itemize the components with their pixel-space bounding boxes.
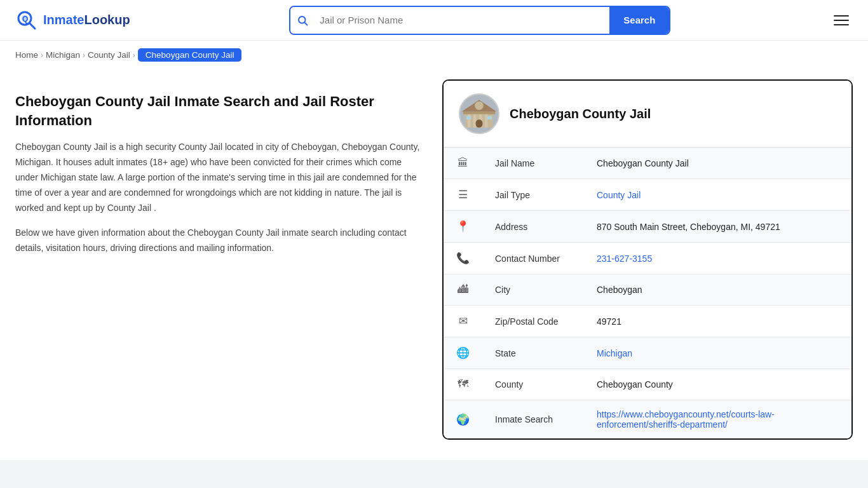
breadcrumb-sep-2: › [83, 51, 85, 60]
hamburger-line-1 [834, 15, 849, 17]
page-title: Cheboygan County Jail Inmate Search and … [15, 92, 422, 130]
jail-card-header: Cheboygan County Jail [444, 81, 851, 147]
logo-text: InmateLookup [43, 13, 130, 27]
svg-line-5 [305, 22, 308, 25]
row-label: Zip/Postal Code [482, 306, 584, 337]
row-value: 231-627-3155 [584, 243, 851, 274]
hamburger-line-2 [834, 20, 849, 21]
row-label: Inmate Search [482, 400, 584, 439]
row-link[interactable]: Michigan [597, 348, 632, 358]
search-input[interactable] [315, 7, 609, 34]
row-icon: 🏛 [444, 148, 482, 179]
breadcrumb-county-jail[interactable]: County Jail [88, 50, 130, 60]
row-value-text: 49721 [597, 316, 621, 327]
row-icon: 📞 [444, 243, 482, 274]
svg-text:Q: Q [22, 15, 28, 24]
footer-strip [0, 460, 868, 488]
row-icon: 🌐 [444, 337, 482, 369]
row-icon: 📍 [444, 211, 482, 243]
breadcrumb-sep-3: › [133, 51, 135, 60]
row-icon: 🌍 [444, 400, 482, 439]
row-value: Michigan [584, 337, 851, 369]
main-content: Cheboygan County Jail Inmate Search and … [0, 69, 868, 460]
svg-rect-16 [487, 116, 492, 119]
jail-avatar [459, 93, 499, 134]
table-row: ☰ Jail Type County Jail [444, 179, 851, 211]
row-label: City [482, 274, 584, 306]
breadcrumb-michigan[interactable]: Michigan [46, 50, 80, 60]
row-link[interactable]: County Jail [597, 190, 641, 200]
svg-line-1 [29, 23, 35, 29]
table-row: 🌐 State Michigan [444, 337, 851, 369]
hamburger-line-3 [834, 24, 849, 25]
row-label: Address [482, 211, 584, 243]
breadcrumb-home[interactable]: Home [15, 50, 38, 60]
hamburger-menu[interactable] [830, 11, 853, 29]
page-description-1: Cheboygan County Jail is a high security… [15, 140, 422, 215]
breadcrumb: Home › Michigan › County Jail › Cheboyga… [0, 41, 868, 69]
row-link[interactable]: https://www.cheboygancounty.net/courts-l… [597, 409, 775, 430]
jail-card: Cheboygan County Jail 🏛 Jail Name Cheboy… [442, 79, 853, 440]
row-value: County Jail [584, 179, 851, 211]
row-label: State [482, 337, 584, 369]
row-value: Cheboygan County Jail [584, 148, 851, 179]
row-icon: 🏙 [444, 274, 482, 306]
breadcrumb-active: Cheboygan County Jail [138, 48, 242, 62]
table-row: 🏛 Jail Name Cheboygan County Jail [444, 148, 851, 179]
logo-icon: Q [15, 9, 38, 32]
row-icon: ✉ [444, 306, 482, 337]
row-label: Jail Name [482, 148, 584, 179]
jail-info-table: 🏛 Jail Name Cheboygan County Jail ☰ Jail… [444, 147, 851, 438]
search-button[interactable]: Search [609, 7, 669, 34]
row-value: 49721 [584, 306, 851, 337]
search-icon [290, 7, 315, 34]
row-value: 870 South Main Street, Cheboygan, MI, 49… [584, 211, 851, 243]
row-link[interactable]: 231-627-3155 [597, 254, 652, 264]
row-value-text: Cheboygan [597, 285, 642, 295]
table-row: 🏙 City Cheboygan [444, 274, 851, 306]
row-icon: 🗺 [444, 369, 482, 400]
row-value-text: 870 South Main Street, Cheboygan, MI, 49… [597, 222, 780, 232]
row-icon: ☰ [444, 179, 482, 211]
row-label: Jail Type [482, 179, 584, 211]
svg-rect-7 [463, 111, 496, 114]
page-description-2: Below we have given information about th… [15, 226, 422, 256]
logo-link[interactable]: Q InmateLookup [15, 9, 130, 32]
table-row: 📞 Contact Number 231-627-3155 [444, 243, 851, 274]
table-row: 🗺 County Cheboygan County [444, 369, 851, 400]
row-label: County [482, 369, 584, 400]
row-value: https://www.cheboygancounty.net/courts-l… [584, 400, 851, 439]
table-row: 🌍 Inmate Search https://www.cheboygancou… [444, 400, 851, 439]
breadcrumb-sep-1: › [41, 51, 43, 60]
table-row: 📍 Address 870 South Main Street, Cheboyg… [444, 211, 851, 243]
row-label: Contact Number [482, 243, 584, 274]
svg-point-14 [475, 101, 484, 111]
left-column: Cheboygan County Jail Inmate Search and … [15, 79, 422, 440]
jail-card-title: Cheboygan County Jail [510, 107, 651, 121]
row-value: Cheboygan County [584, 369, 851, 400]
search-area: Search [289, 6, 670, 35]
svg-rect-9 [473, 114, 477, 128]
row-value: Cheboygan [584, 274, 851, 306]
table-row: ✉ Zip/Postal Code 49721 [444, 306, 851, 337]
header: Q InmateLookup Search [0, 0, 868, 41]
right-column: Cheboygan County Jail 🏛 Jail Name Cheboy… [442, 79, 853, 440]
svg-rect-12 [476, 119, 483, 128]
row-value-text: Cheboygan County Jail [597, 158, 689, 168]
row-value-text: Cheboygan County [597, 379, 673, 390]
search-wrapper: Search [289, 6, 670, 35]
svg-rect-15 [466, 116, 471, 119]
